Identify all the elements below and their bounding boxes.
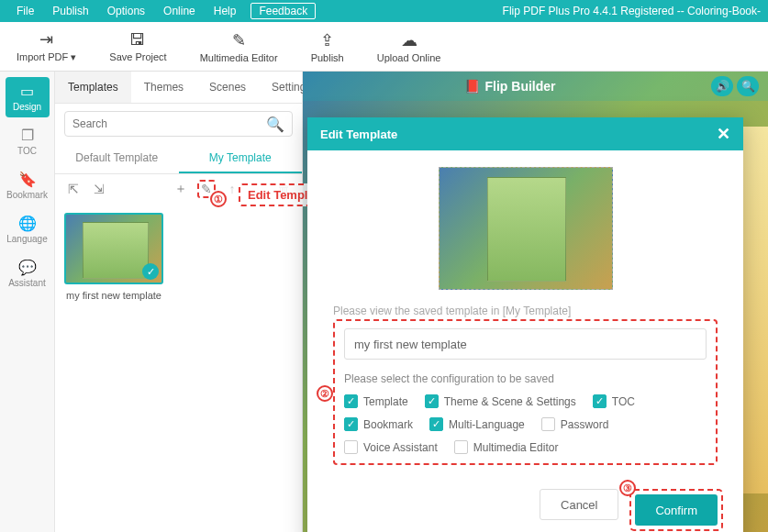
search-box[interactable]: 🔍: [64, 111, 293, 137]
multimedia-icon: ✎: [232, 30, 246, 50]
upload-label: Upload Online: [377, 52, 441, 63]
bookmark-label: Bookmark: [6, 190, 48, 200]
checkbox-password[interactable]: Password: [541, 417, 609, 431]
sidenav-toc[interactable]: ❐ TOC: [6, 121, 50, 161]
checkbox-grid: ✓Template✓Theme & Scene & Settings✓TOC✓B…: [344, 394, 707, 454]
design-panel: Templates Themes Scenes Settings 🔍 Defau…: [55, 72, 303, 532]
config-label: Please select the configuration to be sa…: [344, 372, 707, 385]
checkbox-multi-language[interactable]: ✓Multi-Language: [429, 417, 525, 431]
checkbox-label: Template: [363, 395, 408, 408]
template-thumbnail[interactable]: ✓: [64, 213, 163, 284]
search-icon[interactable]: 🔍: [266, 116, 284, 133]
logo-icon: 📕: [464, 79, 480, 94]
import-template-icon[interactable]: ⇱: [64, 180, 83, 198]
tab-scenes[interactable]: Scenes: [196, 72, 259, 103]
modal-hint: Please view the saved template in [My Te…: [333, 305, 718, 317]
toc-icon: ❐: [21, 127, 34, 144]
checkbox-label: Bookmark: [363, 418, 413, 431]
search-preview-icon[interactable]: 🔍: [737, 76, 759, 96]
annotation-badge-2: ②: [317, 385, 333, 402]
publish-icon: ⇪: [320, 30, 334, 50]
import-label: Import PDF ▾: [17, 51, 76, 63]
sidenav-design[interactable]: ▭ Design: [6, 77, 50, 117]
upload-icon: ☁: [401, 30, 417, 50]
checkbox-label: Voice Assistant: [363, 441, 438, 454]
bookmark-icon: 🔖: [18, 171, 37, 188]
checkbox-icon[interactable]: ✓: [425, 394, 439, 408]
sidenav-language[interactable]: 🌐 Language: [6, 209, 50, 249]
language-label: Language: [6, 234, 48, 244]
export-template-icon[interactable]: ⇲: [90, 180, 108, 198]
checkbox-icon[interactable]: [454, 440, 468, 454]
confirm-highlight: Confirm: [629, 489, 723, 531]
checkbox-multimedia-editor[interactable]: Multimedia Editor: [454, 440, 559, 454]
template-subtabs: Default Template My Template: [55, 144, 302, 174]
edit-template-modal: Edit Template ✕ Please view the saved te…: [307, 117, 743, 532]
assistant-label: Assistant: [8, 278, 46, 288]
confirm-button[interactable]: Confirm: [635, 494, 718, 526]
publish-button[interactable]: ⇪ Publish: [295, 30, 361, 63]
sidenav: ▭ Design ❐ TOC 🔖 Bookmark 🌐 Language 💬 A…: [0, 72, 55, 532]
assistant-icon: 💬: [18, 259, 37, 276]
panel-tabs: Templates Themes Scenes Settings: [55, 72, 302, 104]
sidenav-assistant[interactable]: 💬 Assistant: [6, 253, 50, 294]
checkbox-bookmark[interactable]: ✓Bookmark: [344, 417, 413, 431]
checkbox-label: Multimedia Editor: [473, 441, 559, 454]
window-title: Flip PDF Plus Pro 4.4.1 Registered -- Co…: [503, 5, 761, 17]
multimedia-label: Multimedia Editor: [200, 52, 278, 63]
modal-footer: Cancel Confirm: [307, 476, 743, 532]
save-project-button[interactable]: 🖫 Save Project: [93, 30, 183, 62]
modal-header: Edit Template ✕: [307, 117, 743, 150]
tab-themes[interactable]: Themes: [131, 72, 196, 103]
cancel-button[interactable]: Cancel: [540, 489, 618, 520]
tab-templates[interactable]: Templates: [55, 72, 131, 103]
menu-online[interactable]: Online: [154, 5, 205, 17]
template-name-input[interactable]: [344, 328, 707, 360]
checkbox-voice-assistant[interactable]: Voice Assistant: [344, 440, 438, 454]
checkbox-icon[interactable]: ✓: [344, 417, 358, 431]
template-label: my first new template: [64, 290, 163, 301]
menu-publish[interactable]: Publish: [43, 5, 97, 17]
search-input[interactable]: [72, 117, 266, 130]
template-card[interactable]: ✓ my first new template: [64, 213, 163, 301]
checkbox-icon[interactable]: [344, 440, 358, 454]
annotation-badge-1: ①: [210, 191, 227, 207]
checkbox-template[interactable]: ✓Template: [344, 394, 408, 408]
subtab-my-template[interactable]: My Template: [179, 144, 303, 173]
annotation-badge-3: ③: [619, 480, 636, 496]
subtab-default-template[interactable]: Default Template: [55, 144, 179, 173]
sidenav-bookmark[interactable]: 🔖 Bookmark: [6, 165, 50, 205]
checkbox-icon[interactable]: [541, 417, 555, 431]
checkbox-label: Theme & Scene & Settings: [444, 395, 576, 408]
toolbar: ⇥ Import PDF ▾ 🖫 Save Project ✎ Multimed…: [0, 22, 768, 72]
close-icon[interactable]: ✕: [717, 124, 730, 144]
checkbox-icon[interactable]: ✓: [344, 394, 358, 408]
sound-icon[interactable]: 🔊: [711, 76, 733, 96]
preview-header: 📕 Flip Builder 🔊 🔍: [303, 72, 768, 101]
design-label: Design: [13, 102, 41, 112]
checkbox-icon[interactable]: ✓: [593, 394, 607, 408]
modal-title: Edit Template: [320, 127, 397, 141]
checkbox-toc[interactable]: ✓TOC: [593, 394, 635, 408]
modal-thumbnail: [439, 167, 613, 290]
add-template-icon[interactable]: ＋: [172, 180, 190, 198]
save-icon: 🖫: [129, 30, 146, 50]
menu-file[interactable]: File: [7, 5, 43, 17]
checkbox-icon[interactable]: ✓: [429, 417, 443, 431]
feedback-button[interactable]: Feedback: [250, 3, 316, 19]
upload-online-button[interactable]: ☁ Upload Online: [361, 30, 458, 63]
design-icon: ▭: [20, 83, 34, 100]
menubar: File Publish Options Online Help Feedbac…: [0, 0, 768, 22]
language-icon: 🌐: [18, 215, 37, 232]
selected-check-icon: ✓: [142, 263, 159, 280]
menu-options[interactable]: Options: [98, 5, 154, 17]
checkbox-label: Password: [561, 418, 609, 431]
multimedia-editor-button[interactable]: ✎ Multimedia Editor: [184, 30, 295, 63]
checkbox-theme-scene-settings[interactable]: ✓Theme & Scene & Settings: [425, 394, 576, 408]
menu-help[interactable]: Help: [205, 5, 246, 17]
save-label: Save Project: [109, 51, 166, 62]
import-pdf-button[interactable]: ⇥ Import PDF ▾: [0, 29, 93, 63]
toc-label: TOC: [17, 146, 37, 156]
flip-builder-logo: 📕 Flip Builder: [464, 79, 556, 94]
modal-form-section: Please select the configuration to be sa…: [333, 319, 718, 465]
